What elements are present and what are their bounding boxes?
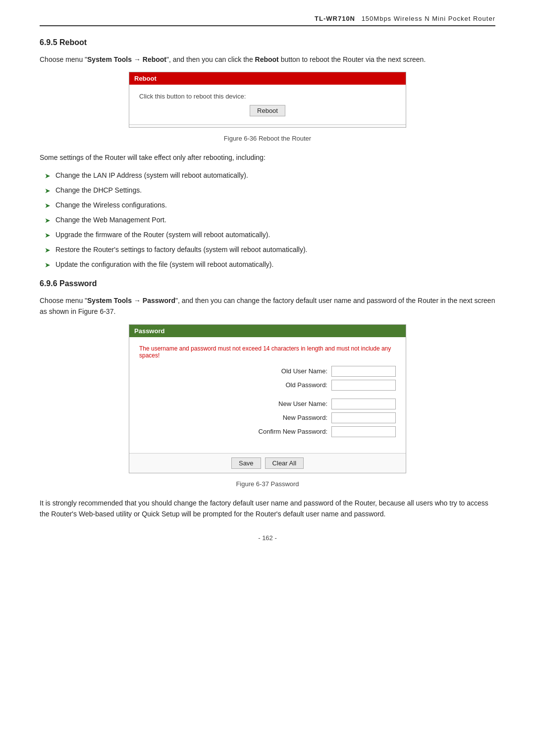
bullet-text-3: Change the Wireless configurations.	[55, 200, 167, 210]
clear-all-button[interactable]: Clear All	[265, 457, 304, 469]
bullet-text-2: Change the DHCP Settings.	[55, 185, 142, 196]
section-695-desc: Choose menu "System Tools → Reboot", and…	[40, 54, 495, 65]
header-model: TL-WR710N	[315, 15, 355, 22]
old-password-input[interactable]	[331, 380, 396, 391]
reboot-button[interactable]: Reboot	[250, 105, 285, 116]
bullet-item-7: ➤ Update the configuration with the file…	[45, 259, 495, 270]
password-box: Password The username and password must …	[129, 324, 406, 473]
bullet-text-7: Update the configuration with the file (…	[55, 259, 273, 270]
desc-bold-systemtools: System Tools	[87, 55, 132, 63]
bullet-arrow-7: ➤	[45, 260, 51, 270]
header-description: 150Mbps Wireless N Mini Pocket Router	[362, 15, 495, 22]
bullet-arrow-5: ➤	[45, 230, 51, 241]
reboot-note-intro: Some settings of the Router will take ef…	[40, 152, 495, 163]
bullet-text-4: Change the Web Management Port.	[55, 215, 166, 225]
old-username-row: Old User Name:	[139, 366, 396, 377]
header-bar: TL-WR710N 150Mbps Wireless N Mini Pocket…	[40, 15, 495, 26]
bullet-arrow-6: ➤	[45, 245, 51, 255]
password-box-body: The username and password must not excee…	[129, 337, 406, 453]
new-username-input[interactable]	[331, 399, 396, 409]
bullet-arrow-2: ➤	[45, 186, 51, 196]
section-696: 6.9.6 Password Choose menu "System Tools…	[40, 279, 495, 520]
bullet-arrow-4: ➤	[45, 215, 51, 226]
reboot-btn-wrap: Reboot	[139, 105, 396, 116]
password-btn-row: Save Clear All	[139, 457, 396, 469]
page-number: - 162 -	[40, 534, 495, 542]
password-box-footer: Save Clear All	[129, 453, 406, 473]
reboot-box: Reboot Click this button to reboot this …	[129, 72, 406, 128]
save-button[interactable]: Save	[231, 457, 261, 469]
new-username-label: New User Name:	[248, 400, 327, 407]
section-696-desc: Choose menu "System Tools → Password", a…	[40, 295, 495, 317]
password-footer-note: It is strongly recommended that you shou…	[40, 498, 495, 520]
old-username-input[interactable]	[331, 366, 396, 377]
reboot-box-body: Click this button to reboot this device:…	[129, 85, 406, 124]
bullet-arrow-1: ➤	[45, 171, 51, 181]
pwd-desc-bold-systemtools: System Tools	[87, 297, 132, 304]
confirm-password-label: Confirm New Password:	[248, 428, 327, 435]
old-password-row: Old Password:	[139, 380, 396, 391]
reboot-box-footer	[129, 124, 406, 127]
bullet-item-4: ➤ Change the Web Management Port.	[45, 215, 495, 226]
reboot-label: Click this button to reboot this device:	[139, 93, 396, 100]
pwd-desc-arrow: →	[132, 297, 143, 304]
header-title: TL-WR710N 150Mbps Wireless N Mini Pocket…	[315, 15, 495, 22]
password-note: The username and password must not excee…	[139, 345, 396, 359]
section-695-heading: 6.9.5 Reboot	[40, 38, 495, 47]
confirm-password-input[interactable]	[331, 426, 396, 437]
new-password-input[interactable]	[331, 412, 396, 423]
bullet-item-5: ➤ Upgrade the firmware of the Router (sy…	[45, 230, 495, 241]
password-box-header: Password	[129, 325, 406, 337]
desc-text-1: Choose menu "	[40, 55, 87, 63]
confirm-password-row: Confirm New Password:	[139, 426, 396, 437]
pwd-desc-bold-password: Password	[143, 297, 175, 304]
figure-36-caption: Figure 6-36 Reboot the Router	[40, 135, 495, 142]
bullet-text-5: Upgrade the firmware of the Router (syst…	[55, 230, 270, 240]
new-password-label: New Password:	[248, 414, 327, 421]
section-696-heading: 6.9.6 Password	[40, 279, 495, 288]
desc-text-3: button to reboot the Router via the next…	[279, 55, 426, 63]
bullet-item-1: ➤ Change the LAN IP Address (system will…	[45, 170, 495, 181]
bullet-text-6: Restore the Router's settings to factory…	[55, 245, 307, 255]
desc-text-2: ", and then you can click the	[166, 55, 255, 63]
old-password-label: Old Password:	[248, 381, 327, 389]
pwd-desc-text-1: Choose menu "	[40, 297, 87, 304]
old-username-label: Old User Name:	[248, 367, 327, 375]
form-spacer-2	[139, 440, 396, 445]
form-spacer-1	[139, 394, 396, 399]
page-wrapper: TL-WR710N 150Mbps Wireless N Mini Pocket…	[0, 0, 535, 756]
bullet-text-1: Change the LAN IP Address (system will r…	[55, 170, 248, 181]
desc-bold-reboot: Reboot	[143, 55, 166, 63]
section-695: 6.9.5 Reboot Choose menu "System Tools →…	[40, 38, 495, 270]
bullet-arrow-3: ➤	[45, 201, 51, 211]
new-username-row: New User Name:	[139, 399, 396, 409]
desc-bold-reboot2: Reboot	[255, 55, 279, 63]
figure-37-caption: Figure 6-37 Password	[40, 480, 495, 488]
bullet-item-6: ➤ Restore the Router's settings to facto…	[45, 245, 495, 255]
reboot-box-header: Reboot	[129, 72, 406, 85]
new-password-row: New Password:	[139, 412, 396, 423]
bullet-item-3: ➤ Change the Wireless configurations.	[45, 200, 495, 211]
bullet-item-2: ➤ Change the DHCP Settings.	[45, 185, 495, 196]
reboot-bullet-list: ➤ Change the LAN IP Address (system will…	[45, 170, 495, 270]
desc-arrow-1: →	[132, 55, 143, 63]
